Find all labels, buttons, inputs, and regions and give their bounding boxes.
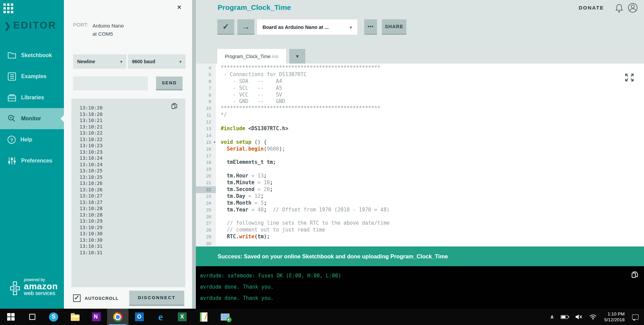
sidebar-item-preferences[interactable]: Preferences <box>0 150 64 171</box>
donate-link[interactable]: DONATE <box>579 5 604 11</box>
send-button[interactable]: SEND <box>156 76 183 90</box>
wifi-icon[interactable] <box>589 314 597 320</box>
taskbar-app-file-explorer[interactable] <box>64 309 86 325</box>
sidebar-item-help[interactable]: ? Help <box>0 129 64 150</box>
baud-rate-dropdown[interactable]: 9600 baud <box>128 54 186 69</box>
taskbar-app-onenote[interactable]: N <box>86 309 107 325</box>
taskbar-app-skype[interactable]: S <box>43 309 64 325</box>
taskbar-clock[interactable]: 1:10 PM 5/12/2018 <box>604 311 625 323</box>
more-options-button[interactable]: ••• <box>364 19 377 35</box>
code-line: 7 - SCL -- A5 <box>196 85 644 92</box>
taskbar-app-media[interactable] <box>214 309 236 325</box>
taskbar-app-chrome[interactable] <box>107 309 129 325</box>
clock-time: 1:10 PM <box>604 311 625 317</box>
checkbox-checked-icon[interactable] <box>73 294 81 302</box>
code-line: 29 RTC.write(tm); <box>196 234 644 240</box>
log-timestamp: 13:10:31 <box>80 243 177 250</box>
code-line: 11*/ <box>196 112 644 119</box>
copy-icon[interactable] <box>171 103 178 109</box>
sidebar: ❯EDITOR Sketchbook Examples Libraries Mo… <box>0 0 64 309</box>
account-icon[interactable] <box>628 3 638 13</box>
fullscreen-expand-icon[interactable] <box>624 73 634 82</box>
volume-muted-icon[interactable] <box>575 314 582 320</box>
log-timestamp: 13:10:20 <box>80 105 177 111</box>
log-timestamp: 13:10:28 <box>80 205 177 212</box>
tab-dropdown-button[interactable] <box>289 49 305 64</box>
serial-message-input[interactable] <box>73 76 148 90</box>
sidebar-nav: Sketchbook Examples Libraries Monitor ? … <box>0 45 64 171</box>
sidebar-item-examples[interactable]: Examples <box>0 66 64 87</box>
code-editor[interactable]: 4***************************************… <box>196 64 644 246</box>
windows-logo-icon <box>7 313 15 321</box>
skype-icon: S <box>49 312 58 322</box>
magnifier-icon <box>7 114 16 123</box>
log-timestamp: 13:10:28 <box>80 212 177 218</box>
code-line: 5 - Connections for DS1307RTC <box>196 71 644 78</box>
start-button[interactable] <box>0 309 21 325</box>
chrome-icon <box>113 312 122 322</box>
status-bar-success: Success: Saved on your online Sketchbook… <box>196 246 644 266</box>
page-title: Program_Clock_Time <box>218 3 291 12</box>
serial-monitor-panel: × PORT: Arduino Nano at COM5 Newline 960… <box>64 0 192 309</box>
console-output[interactable]: avrdude: safemode: Fuses OK (E:00, H:00,… <box>196 266 644 309</box>
log-timestamp: 13:10:23 <box>80 149 177 155</box>
code-line: 6 - SDA -- A4 <box>196 78 644 85</box>
code-line: 9 - GND -- GND <box>196 98 644 105</box>
serial-log-lines: 13:10:2013:10:2013:10:2113:10:2113:10:22… <box>80 105 177 256</box>
check-icon: ✓ <box>222 22 229 31</box>
upload-button[interactable]: → <box>237 19 254 35</box>
taskbar-app-excel[interactable]: X <box>171 309 193 325</box>
log-timestamp: 13:10:21 <box>80 117 177 124</box>
sidebar-item-monitor[interactable]: Monitor <box>0 108 64 129</box>
app-grid-icon[interactable] <box>3 3 16 16</box>
log-timestamp: 13:10:26 <box>80 187 177 193</box>
onenote-icon: N <box>92 312 101 321</box>
code-line: 22 tm.Second = 20; <box>196 186 644 193</box>
media-app-icon <box>221 313 230 321</box>
code-line: 4***************************************… <box>196 65 644 71</box>
tray-expand-icon[interactable] <box>550 314 554 320</box>
serial-log[interactable]: 13:10:2013:10:2013:10:2113:10:2113:10:22… <box>71 99 185 287</box>
console-line: avrdude: safemode: Fuses OK (E:00, H:00,… <box>200 270 644 281</box>
line-ending-dropdown[interactable]: Newline <box>73 54 126 69</box>
close-icon[interactable]: × <box>177 3 181 11</box>
battery-icon[interactable] <box>561 315 568 319</box>
code-line: 12 <box>196 119 644 125</box>
chevron-down-icon <box>179 58 182 65</box>
sidebar-item-sketchbook[interactable]: Sketchbook <box>0 45 64 66</box>
share-button[interactable]: SHARE <box>382 19 406 35</box>
port-info: PORT: Arduino Nano at COM5 <box>73 22 124 38</box>
verify-button[interactable]: ✓ <box>217 19 234 35</box>
notifications-bell-icon[interactable] <box>615 3 624 13</box>
action-center-icon[interactable] <box>632 314 641 320</box>
code-line: 28 // comment out to just read time <box>196 227 644 234</box>
sidebar-item-libraries[interactable]: Libraries <box>0 87 64 108</box>
box-icon <box>7 93 16 102</box>
port-value: Arduino Nano at COM5 <box>92 22 124 38</box>
log-timestamp: 13:10:29 <box>80 224 177 231</box>
windows-taskbar: S N O e X 1:10 PM 5/12/2018 <box>0 309 644 325</box>
disconnect-button[interactable]: DISCONNECT <box>129 291 184 306</box>
system-tray: 1:10 PM 5/12/2018 <box>547 309 644 325</box>
question-icon: ? <box>7 136 16 144</box>
folder-icon <box>7 51 16 59</box>
log-timestamp: 13:10:31 <box>80 250 177 256</box>
copy-icon[interactable] <box>631 271 639 278</box>
task-view-button[interactable] <box>21 309 43 325</box>
log-timestamp: 13:10:27 <box>80 199 177 206</box>
chevron-right-icon: ❯ <box>4 21 12 30</box>
taskbar-app-edge[interactable]: e <box>150 309 171 325</box>
code-line: 18 tmElements_t tm; <box>196 159 644 166</box>
code-line: 30 <box>196 240 644 246</box>
code-line: 13#include <DS1307RTC.h> <box>196 125 644 132</box>
taskbar-app-outlook[interactable]: O <box>129 309 150 325</box>
screen: ❯EDITOR Sketchbook Examples Libraries Mo… <box>0 0 644 325</box>
tab-sketch-file[interactable]: Program_Clock_Time.ino <box>217 49 286 64</box>
task-view-icon <box>29 314 35 320</box>
log-timestamp: 13:10:25 <box>80 168 177 174</box>
board-selector-dropdown[interactable]: Board as Arduino Nano at ... <box>257 19 357 35</box>
taskbar-app-notes[interactable] <box>193 309 214 325</box>
log-timestamp: 13:10:22 <box>80 136 177 143</box>
panel-divider[interactable] <box>192 0 196 309</box>
autoscroll-toggle[interactable]: AUTOSCROLL <box>73 294 119 302</box>
